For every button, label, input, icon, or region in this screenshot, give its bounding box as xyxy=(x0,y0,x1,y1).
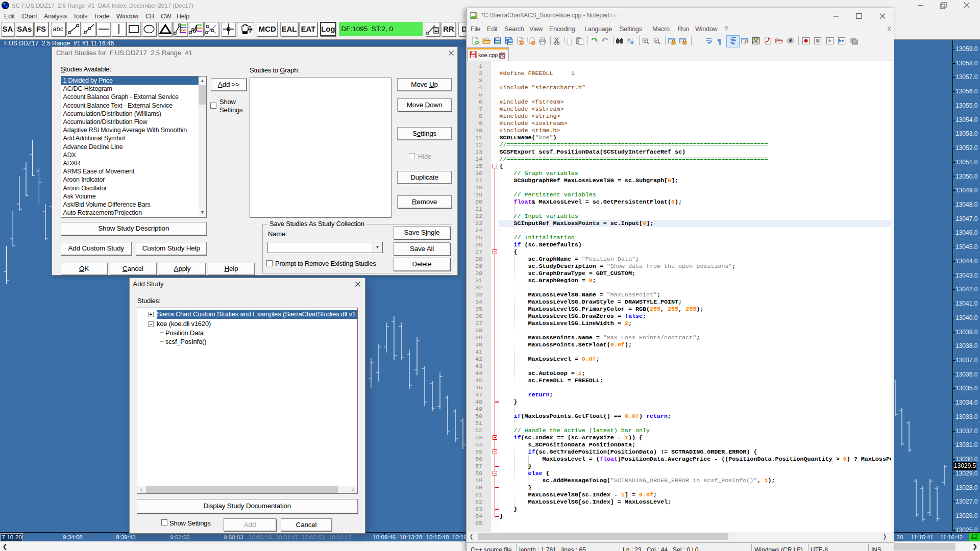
svg-text:b: b xyxy=(627,37,630,42)
svg-text:¶: ¶ xyxy=(717,37,721,45)
